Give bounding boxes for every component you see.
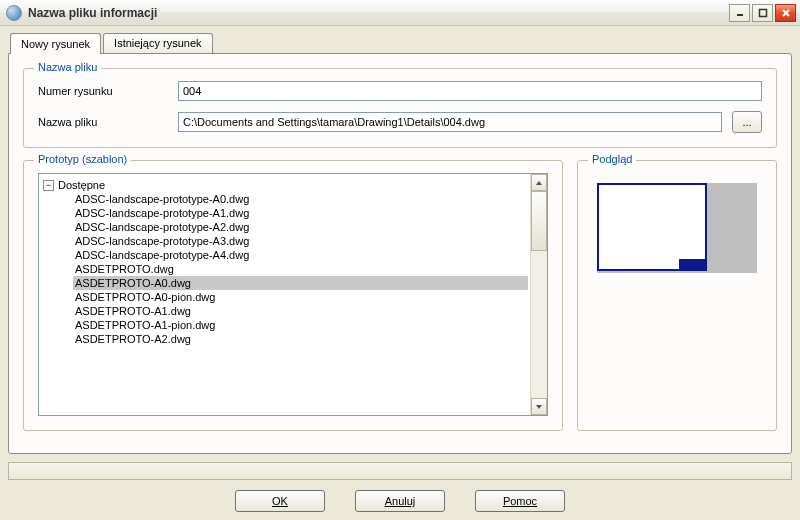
maximize-button[interactable] [752,4,773,22]
window-title: Nazwa pliku informacji [28,6,729,20]
help-button[interactable]: Pomoc [475,490,565,512]
tree-item[interactable]: ADSC-landscape-prototype-A2.dwg [73,220,528,234]
scroll-down-icon[interactable] [531,398,547,415]
tree-item[interactable]: ASDETPROTO-A2.dwg [73,332,528,346]
tree-scrollbar[interactable] [530,174,547,415]
status-bar [8,462,792,480]
tab-new-drawing[interactable]: Nowy rysunek [10,33,101,54]
tab-existing-drawing[interactable]: Istniejący rysunek [103,33,212,53]
prototype-group: Prototyp (szablon) − Dostępne ADSC-lands… [23,160,563,431]
tree-item[interactable]: ADSC-landscape-prototype-A1.dwg [73,206,528,220]
scroll-up-icon[interactable] [531,174,547,191]
svg-marker-5 [536,405,542,409]
tab-strip: Nowy rysunek Istniejący rysunek [10,32,792,53]
svg-rect-1 [759,9,766,16]
scroll-track[interactable] [531,251,547,398]
tree-item[interactable]: ADSC-landscape-prototype-A4.dwg [73,248,528,262]
drawing-number-label: Numer rysunku [38,85,178,97]
group-legend: Podgląd [588,153,636,165]
button-label: OK [272,495,288,507]
cancel-button[interactable]: Anuluj [355,490,445,512]
tree-item[interactable]: ASDETPROTO.dwg [73,262,528,276]
close-button[interactable] [775,4,796,22]
preview-thumbnail [597,183,757,273]
tab-panel: Nazwa pliku Numer rysunku Nazwa pliku ..… [8,53,792,454]
tree-item[interactable]: ASDETPROTO-A0-pion.dwg [73,290,528,304]
button-label: Pomoc [503,495,537,507]
tree-collapse-icon[interactable]: − [43,180,54,191]
group-legend: Prototyp (szablon) [34,153,131,165]
window-titlebar: Nazwa pliku informacji [0,0,800,26]
group-legend: Nazwa pliku [34,61,101,73]
scroll-thumb[interactable] [531,191,547,251]
tree-root-label: Dostępne [58,179,105,191]
browse-button[interactable]: ... [732,111,762,133]
tab-label: Nowy rysunek [21,38,90,50]
button-label: Anuluj [385,495,416,507]
tab-label: Istniejący rysunek [114,37,201,49]
tree-item[interactable]: ADSC-landscape-prototype-A0.dwg [73,192,528,206]
app-icon [6,5,22,21]
browse-button-label: ... [742,116,751,128]
preview-document-icon [597,183,707,271]
tree-item[interactable]: ASDETPROTO-A1.dwg [73,304,528,318]
file-path-label: Nazwa pliku [38,116,178,128]
preview-group: Podgląd [577,160,777,431]
ok-button[interactable]: OK [235,490,325,512]
tree-item[interactable]: ASDETPROTO-A1-pion.dwg [73,318,528,332]
filename-group: Nazwa pliku Numer rysunku Nazwa pliku ..… [23,68,777,148]
file-path-input[interactable] [178,112,722,132]
svg-marker-4 [536,181,542,185]
prototype-tree[interactable]: − Dostępne ADSC-landscape-prototype-A0.d… [39,174,530,415]
tree-item[interactable]: ADSC-landscape-prototype-A3.dwg [73,234,528,248]
minimize-button[interactable] [729,4,750,22]
tree-item[interactable]: ASDETPROTO-A0.dwg [73,276,528,290]
drawing-number-input[interactable] [178,81,762,101]
